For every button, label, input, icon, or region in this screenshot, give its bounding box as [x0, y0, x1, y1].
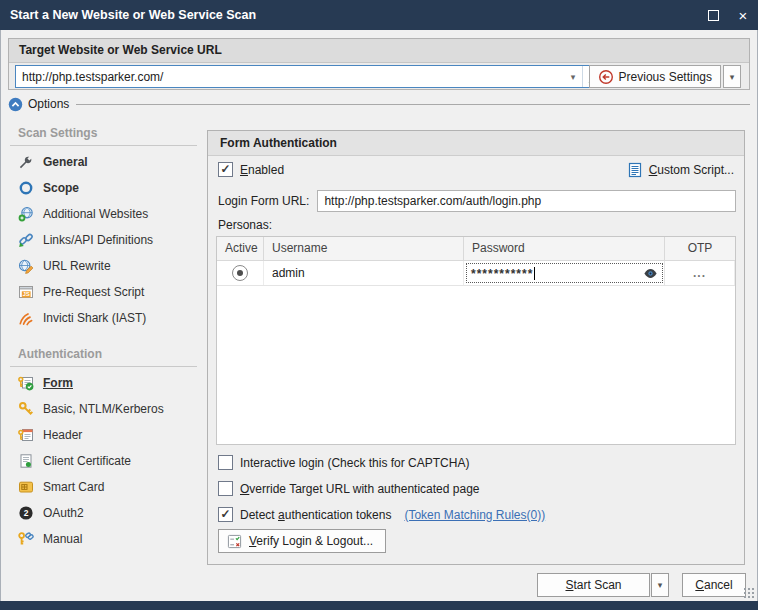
- detect-tokens-label: Detect authentication tokens: [240, 508, 391, 522]
- start-scan-button[interactable]: Start Scan: [537, 573, 650, 597]
- chain-links-icon: [18, 232, 34, 248]
- url-dropdown-caret-icon[interactable]: ▾: [564, 72, 582, 82]
- background-window-edge: [0, 601, 758, 610]
- divider: [10, 145, 197, 146]
- token-matching-rules-link[interactable]: (Token Matching Rules(0)): [404, 508, 545, 522]
- caret-down-icon: ▾: [730, 72, 735, 82]
- cancel-label: Cancel: [695, 578, 732, 592]
- column-header-otp: OTP: [665, 237, 735, 260]
- globe-plus-icon: [18, 206, 34, 222]
- sidebar-item-invicti-shark[interactable]: Invicti Shark (IAST): [0, 305, 207, 331]
- username-cell[interactable]: admin: [264, 261, 464, 285]
- options-divider: [76, 104, 750, 105]
- options-label: Options: [28, 97, 69, 111]
- key-link-icon: [18, 531, 34, 547]
- column-header-password: Password: [464, 237, 665, 260]
- active-radio[interactable]: [232, 265, 248, 281]
- collapse-chevron-icon: [8, 97, 23, 112]
- form-key-check-icon: [18, 375, 34, 391]
- previous-back-icon: [598, 69, 614, 85]
- previous-settings-button[interactable]: Previous Settings: [589, 65, 721, 88]
- cancel-button[interactable]: Cancel: [682, 573, 746, 597]
- target-url-combobox[interactable]: ▾: [15, 65, 607, 88]
- start-scan-label: Start Scan: [565, 578, 621, 592]
- override-target-url-checkbox[interactable]: [218, 481, 233, 496]
- override-target-url-row[interactable]: Override Target URL with authenticated p…: [218, 481, 479, 496]
- login-form-url-row: Login Form URL:: [218, 190, 736, 212]
- target-url-input[interactable]: [16, 70, 564, 84]
- sidebar-item-additional-websites[interactable]: Additional Websites: [0, 201, 207, 227]
- detect-tokens-row[interactable]: ✓ Detect authentication tokens (Token Ma…: [218, 507, 545, 522]
- close-icon: ×: [739, 8, 748, 23]
- verify-login-logout-button[interactable]: Verify Login & Logout...: [218, 529, 386, 553]
- target-url-panel-header: Target Website or Web Service URL: [9, 39, 749, 63]
- verify-login-logout-label: Verify Login & Logout...: [249, 534, 373, 548]
- form-authentication-panel: Form Authentication ✓ Enabled Custom Scr…: [207, 130, 745, 565]
- custom-script-button[interactable]: Custom Script...: [627, 162, 734, 178]
- enabled-checkbox-row[interactable]: ✓ Enabled: [218, 162, 284, 177]
- close-button[interactable]: ×: [728, 0, 758, 30]
- sidebar-item-header[interactable]: Header: [0, 422, 207, 448]
- sidebar-item-scope[interactable]: Scope: [0, 175, 207, 201]
- sidebar-item-form[interactable]: Form: [0, 370, 207, 396]
- options-toggle[interactable]: Options: [8, 95, 750, 113]
- target-url-panel: Target Website or Web Service URL ▾: [8, 38, 750, 90]
- personas-table-header: Active Username Password OTP: [217, 237, 735, 261]
- previous-settings-dropdown[interactable]: ▾: [723, 65, 741, 88]
- key-icon: [18, 401, 34, 417]
- section-header-authentication: Authentication: [0, 331, 207, 364]
- js-script-icon: JS: [18, 284, 34, 300]
- masked-password: ***********: [471, 269, 533, 279]
- start-scan-dropdown[interactable]: ▾: [651, 573, 669, 597]
- globe-pencil-icon: [18, 258, 34, 274]
- check-icon: ✓: [220, 508, 230, 520]
- password-editor[interactable]: ***********: [466, 263, 663, 283]
- personas-label: Personas:: [218, 218, 272, 232]
- shark-waves-icon: [18, 310, 34, 326]
- oauth2-icon: 2: [18, 505, 34, 521]
- key-document-icon: [18, 427, 34, 443]
- sidebar-item-general[interactable]: General: [0, 149, 207, 175]
- override-target-url-label: Override Target URL with authenticated p…: [240, 482, 479, 496]
- custom-script-icon: [627, 162, 643, 178]
- scope-icon: [18, 180, 34, 196]
- text-caret: [534, 267, 535, 280]
- resize-grip[interactable]: [743, 587, 755, 599]
- check-icon: ✓: [220, 163, 230, 175]
- sidebar-item-links-api-definitions[interactable]: Links/API Definitions: [0, 227, 207, 253]
- login-form-url-input[interactable]: [317, 190, 736, 212]
- sidebar-item-manual[interactable]: Manual: [0, 526, 207, 552]
- detect-tokens-checkbox[interactable]: ✓: [218, 507, 233, 522]
- verify-checklist-icon: [227, 534, 242, 549]
- sidebar-item-oauth2[interactable]: 2 OAuth2: [0, 500, 207, 526]
- window-title: Start a New Website or Web Service Scan: [0, 8, 698, 22]
- certificate-icon: [18, 453, 34, 469]
- title-bar: Start a New Website or Web Service Scan …: [0, 0, 758, 30]
- sidebar-item-basic-ntlm-kerberos[interactable]: Basic, NTLM/Kerberos: [0, 396, 207, 422]
- interactive-login-row[interactable]: Interactive login (Check this for CAPTCH…: [218, 455, 469, 470]
- scan-dialog-window: Start a New Website or Web Service Scan …: [0, 0, 758, 610]
- table-row: admin *********** ...: [217, 261, 735, 286]
- enabled-label: Enabled: [240, 163, 284, 177]
- maximize-button[interactable]: [698, 0, 728, 30]
- personas-table: Active Username Password OTP admin *****…: [216, 236, 736, 445]
- sidebar-item-url-rewrite[interactable]: URL Rewrite: [0, 253, 207, 279]
- caret-down-icon: ▾: [658, 580, 663, 590]
- sidebar-item-client-certificate[interactable]: Client Certificate: [0, 448, 207, 474]
- column-header-username: Username: [264, 237, 464, 260]
- divider: [10, 366, 197, 367]
- custom-script-label: Custom Script...: [649, 163, 734, 177]
- sidebar-item-pre-request-script[interactable]: JS Pre-Request Script: [0, 279, 207, 305]
- form-authentication-header: Form Authentication: [208, 131, 744, 156]
- column-header-active: Active: [217, 237, 264, 260]
- previous-settings-label: Previous Settings: [619, 70, 712, 84]
- otp-ellipsis-button[interactable]: ...: [693, 266, 706, 280]
- enabled-checkbox[interactable]: ✓: [218, 162, 233, 177]
- svg-text:JS: JS: [23, 291, 30, 297]
- maximize-icon: [708, 10, 719, 21]
- smart-card-icon: [18, 479, 34, 495]
- sidebar-item-smart-card[interactable]: Smart Card: [0, 474, 207, 500]
- show-password-eye-icon[interactable]: [643, 266, 658, 281]
- wrench-icon: [18, 154, 34, 170]
- interactive-login-checkbox[interactable]: [218, 455, 233, 470]
